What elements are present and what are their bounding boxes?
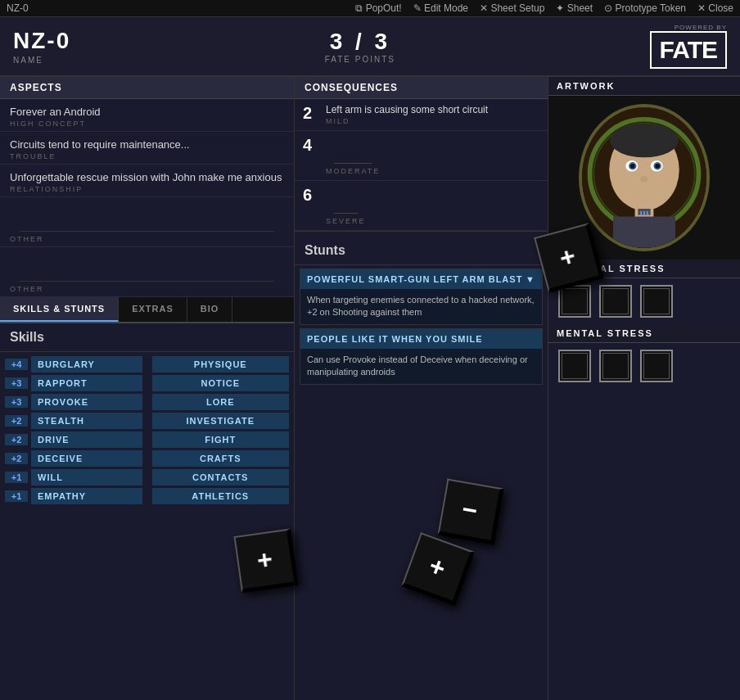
stunt-smile-body: Can use Provoke instead of Deceive when … (300, 349, 542, 384)
skill-athletics[interactable]: ATHLETICS (152, 488, 290, 504)
consequence-severe-label: SEVERE (326, 217, 366, 225)
key-plus-left: + (233, 528, 298, 593)
skills-section: +4 BURGLARY +3 RAPPORT +3 PROVOKE +2 STE… (0, 352, 294, 700)
skills-header: Skills (0, 323, 294, 352)
consequence-mild[interactable]: 2 Left arm is causing some short circuit… (295, 99, 548, 131)
svg-rect-16 (643, 211, 645, 215)
skill-empathy[interactable]: +1 EMPATHY (5, 488, 142, 504)
mental-stress-box-2[interactable] (599, 350, 632, 382)
name-label: NAME (13, 56, 70, 65)
skill-lore[interactable]: LORE (152, 394, 290, 410)
aspect-relationship-value: Unforgettable rescue mission with John m… (10, 171, 284, 183)
skill-fight[interactable]: FIGHT (152, 431, 290, 448)
skills-left-column: +4 BURGLARY +3 RAPPORT +3 PROVOKE +2 STE… (0, 352, 147, 700)
artwork-inner (582, 107, 706, 248)
skill-provoke[interactable]: +3 PROVOKE (5, 394, 142, 410)
svg-point-9 (630, 164, 635, 169)
consequence-moderate-num: 4 (303, 136, 319, 155)
skill-crafts[interactable]: CRAFTS (152, 450, 290, 467)
physical-stress-box-1[interactable] (558, 285, 591, 318)
close-button[interactable]: ✕ Close (697, 2, 733, 14)
powered-by-label: POWERED BY (675, 24, 727, 31)
aspect-other-1[interactable]: OTHER (0, 197, 294, 247)
aspect-trouble[interactable]: Circuits tend to require maintenance... … (0, 132, 294, 165)
mid-panel: CONSEQUENCES 2 Left arm is causing some … (295, 77, 548, 700)
svg-rect-17 (647, 211, 648, 215)
skill-empathy-bonus: +1 (5, 490, 28, 502)
fate-points-value: 3 / 3 (325, 29, 395, 55)
consequence-mild-value: Left arm is causing some short circuit (326, 104, 488, 115)
physical-stress-box-3[interactable] (640, 285, 673, 318)
skill-provoke-name: PROVOKE (31, 394, 142, 410)
fate-points: 3 / 3 FATE POINTS (325, 29, 395, 64)
skill-physique[interactable]: PHYSIQUE (152, 356, 290, 373)
aspect-other-2-label: OTHER (10, 285, 284, 293)
consequence-mild-label: MILD (326, 117, 488, 125)
skill-rapport-name: RAPPORT (31, 375, 142, 391)
tab-bio[interactable]: BIO (187, 297, 233, 322)
skill-will-name: WILL (31, 469, 142, 485)
aspect-high-concept-label: HIGH CONCEPT (10, 120, 284, 128)
svg-rect-15 (640, 211, 642, 215)
stunt-smile[interactable]: PEOPLE LIKE IT WHEN YOU SMILE Can use Pr… (300, 328, 543, 385)
fate-points-label: FATE POINTS (325, 55, 395, 64)
skill-drive-name: DRIVE (31, 431, 142, 448)
aspect-high-concept-value: Forever an Android (10, 106, 284, 118)
skill-deceive-bonus: +2 (5, 453, 28, 464)
physical-stress-box-2[interactable] (599, 285, 632, 318)
sheetsetup-button[interactable]: ✕ Sheet Setup (480, 2, 544, 14)
aspect-other-1-label: OTHER (10, 235, 284, 243)
stunts-header: Stunts (295, 237, 548, 265)
stunt-smile-header[interactable]: PEOPLE LIKE IT WHEN YOU SMILE (300, 329, 542, 349)
tab-skills-stunts[interactable]: SKILLS & STUNTS (0, 297, 119, 322)
tab-extras[interactable]: EXTRAS (119, 297, 187, 322)
skill-will[interactable]: +1 WILL (5, 469, 142, 485)
mental-stress-box-3[interactable] (640, 350, 673, 382)
character-portrait (582, 107, 706, 248)
svg-point-4 (610, 124, 679, 158)
titlebar-left: NZ-0 (7, 2, 29, 14)
stunt-smart-gun[interactable]: POWERFUL SMART-GUN LEFT ARM BLAST ▼ When… (300, 269, 543, 325)
skill-stealth-name: STEALTH (31, 413, 142, 429)
stunt-smart-gun-toggle-icon[interactable]: ▼ (526, 274, 535, 284)
aspect-relationship-label: RELATIONSHIP (10, 185, 284, 193)
skill-burglary[interactable]: +4 BURGLARY (5, 356, 142, 373)
aspect-relationship[interactable]: Unforgettable rescue mission with John m… (0, 165, 294, 197)
skill-rapport-bonus: +3 (5, 377, 28, 389)
consequence-moderate[interactable]: 4 MODERATE (295, 131, 548, 181)
consequences-header: CONSEQUENCES (295, 77, 548, 99)
svg-point-11 (640, 176, 648, 183)
aspects-header: ASPECTS (0, 77, 294, 99)
consequence-severe[interactable]: 6 SEVERE (295, 181, 548, 231)
aspect-trouble-value: Circuits tend to require maintenance... (10, 138, 284, 151)
skill-deceive[interactable]: +2 DECEIVE (5, 450, 142, 467)
aspect-high-concept[interactable]: Forever an Android HIGH CONCEPT (0, 99, 294, 132)
skill-notice[interactable]: NOTICE (152, 375, 290, 391)
mental-stress-header: MENTAL STRESS (548, 324, 740, 343)
skills-right-column: PHYSIQUE NOTICE LORE INVESTIGATE FIGHT C… (147, 352, 295, 700)
aspect-trouble-label: TROUBLE (10, 152, 284, 160)
skill-contacts[interactable]: CONTACTS (152, 469, 290, 485)
left-panel: ASPECTS Forever an Android HIGH CONCEPT … (0, 77, 295, 700)
skill-will-bonus: +1 (5, 472, 28, 483)
skill-investigate[interactable]: INVESTIGATE (152, 413, 290, 429)
consequence-severe-num: 6 (303, 186, 319, 205)
skills-tabs-bar: SKILLS & STUNTS EXTRAS BIO (0, 297, 294, 323)
sheet-button[interactable]: ✦ Sheet (556, 2, 593, 14)
skill-empathy-name: EMPATHY (31, 488, 142, 504)
skill-burglary-name: BURGLARY (31, 356, 142, 373)
editmode-button[interactable]: ✎ Edit Mode (413, 2, 468, 14)
stunt-smart-gun-header[interactable]: POWERFUL SMART-GUN LEFT ARM BLAST ▼ (300, 269, 542, 289)
skill-stealth[interactable]: +2 STEALTH (5, 413, 142, 429)
artwork-frame (579, 104, 710, 251)
prototype-button[interactable]: ⊙ Prototype Token (604, 2, 686, 14)
aspect-other-2[interactable]: OTHER (0, 247, 294, 297)
artwork-header: ARTWORK (548, 77, 740, 96)
consequence-mild-num: 2 (303, 104, 319, 123)
skill-rapport[interactable]: +3 RAPPORT (5, 375, 142, 391)
skill-provoke-bonus: +3 (5, 396, 28, 408)
popout-button[interactable]: ⧉ PopOut! (355, 2, 401, 14)
skill-deceive-name: DECEIVE (31, 450, 142, 467)
mental-stress-box-1[interactable] (558, 350, 591, 382)
skill-drive[interactable]: +2 DRIVE (5, 431, 142, 448)
